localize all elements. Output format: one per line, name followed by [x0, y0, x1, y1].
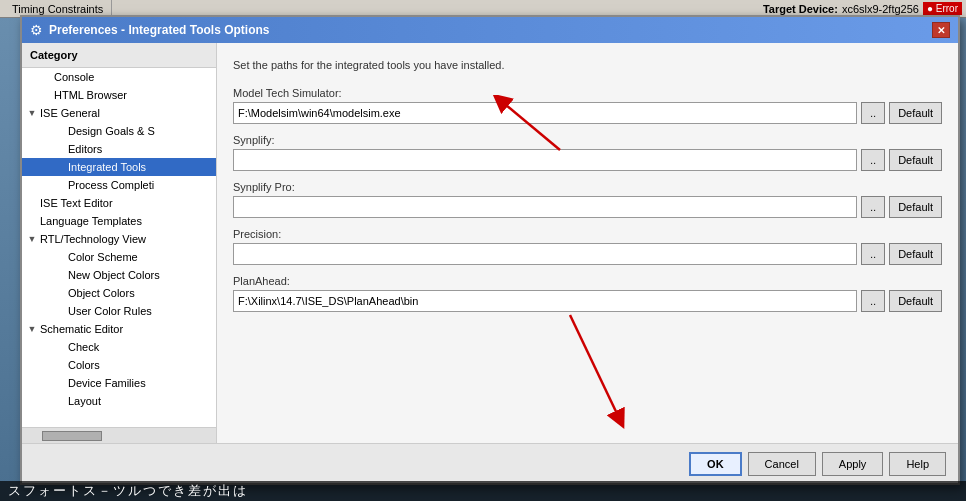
color-scheme-expander	[54, 251, 66, 263]
synplify-group: Synplify: .. Default	[233, 134, 942, 171]
precision-group: Precision: .. Default	[233, 228, 942, 265]
sidebar-item-editors[interactable]: Editors	[22, 140, 216, 158]
schematic-expander: ▼	[26, 323, 38, 335]
timing-constraints-label: Timing Constraints	[12, 3, 103, 15]
rtl-expander: ▼	[26, 233, 38, 245]
sidebar-item-language-templates[interactable]: Language Templates	[22, 212, 216, 230]
sidebar-item-design-goals[interactable]: Design Goals & S	[22, 122, 216, 140]
ok-button[interactable]: OK	[689, 452, 742, 476]
sidebar-item-process-complete[interactable]: Process Completi	[22, 176, 216, 194]
sidebar-item-html-browser[interactable]: HTML Browser	[22, 86, 216, 104]
lang-templates-label: Language Templates	[40, 215, 142, 227]
process-complete-expander	[54, 179, 66, 191]
design-goals-label: Design Goals & S	[68, 125, 155, 137]
dialog-title: Preferences - Integrated Tools Options	[49, 23, 932, 37]
console-label: Console	[54, 71, 94, 83]
apply-button[interactable]: Apply	[822, 452, 884, 476]
close-button[interactable]: ✕	[932, 22, 950, 38]
design-goals-expander	[54, 125, 66, 137]
synplify-pro-browse-button[interactable]: ..	[861, 196, 885, 218]
right-panel: Set the paths for the integrated tools y…	[217, 43, 958, 443]
sidebar-item-ise-general[interactable]: ▼ ISE General	[22, 104, 216, 122]
sidebar-item-schematic-editor[interactable]: ▼ Schematic Editor	[22, 320, 216, 338]
sidebar-item-rtl-technology[interactable]: ▼ RTL/Technology View	[22, 230, 216, 248]
japanese-text-bar: スフォートス－ツルつでき差が出は	[0, 481, 966, 501]
ise-general-expander: ▼	[26, 107, 38, 119]
dialog-footer: OK Cancel Apply Help	[22, 443, 958, 483]
target-device-label: Target Device:	[763, 3, 838, 15]
synplify-browse-button[interactable]: ..	[861, 149, 885, 171]
model-tech-browse-button[interactable]: ..	[861, 102, 885, 124]
category-tree[interactable]: Console HTML Browser ▼ ISE General Desig…	[22, 68, 216, 427]
section-description: Set the paths for the integrated tools y…	[233, 59, 942, 71]
synplify-pro-input[interactable]	[233, 196, 857, 218]
sidebar-item-object-colors[interactable]: Object Colors	[22, 284, 216, 302]
ise-general-label: ISE General	[40, 107, 100, 119]
model-tech-group: Model Tech Simulator: .. Default	[233, 87, 942, 124]
editors-label: Editors	[68, 143, 102, 155]
planahead-label: PlanAhead:	[233, 275, 942, 287]
user-color-label: User Color Rules	[68, 305, 152, 317]
help-button[interactable]: Help	[889, 452, 946, 476]
dialog-body: Category Console HTML Browser ▼ ISE Gene…	[22, 43, 958, 443]
planahead-group: PlanAhead: .. Default	[233, 275, 942, 312]
model-tech-label: Model Tech Simulator:	[233, 87, 942, 99]
planahead-browse-button[interactable]: ..	[861, 290, 885, 312]
console-expander	[40, 71, 52, 83]
synplify-label: Synplify:	[233, 134, 942, 146]
lang-templates-expander	[26, 215, 38, 227]
cancel-button[interactable]: Cancel	[748, 452, 816, 476]
target-device-value: xc6slx9-2ftg256	[842, 3, 919, 15]
planahead-input[interactable]	[233, 290, 857, 312]
colors-expander	[54, 359, 66, 371]
synplify-input[interactable]	[233, 149, 857, 171]
synplify-default-button[interactable]: Default	[889, 149, 942, 171]
japanese-text-content: スフォートス－ツルつでき差が出は	[8, 482, 248, 500]
precision-input[interactable]	[233, 243, 857, 265]
color-scheme-label: Color Scheme	[68, 251, 138, 263]
new-object-expander	[54, 269, 66, 281]
model-tech-default-button[interactable]: Default	[889, 102, 942, 124]
model-tech-input[interactable]	[233, 102, 857, 124]
process-complete-label: Process Completi	[68, 179, 154, 191]
html-browser-label: HTML Browser	[54, 89, 127, 101]
sidebar-item-console[interactable]: Console	[22, 68, 216, 86]
ise-text-expander	[26, 197, 38, 209]
category-header: Category	[22, 43, 216, 68]
tree-scrollbar[interactable]	[22, 427, 216, 443]
colors-label: Colors	[68, 359, 100, 371]
left-panel: Category Console HTML Browser ▼ ISE Gene…	[22, 43, 217, 443]
dialog-icon: ⚙	[30, 22, 43, 38]
object-colors-expander	[54, 287, 66, 299]
sidebar-item-device-families[interactable]: Device Families	[22, 374, 216, 392]
sidebar-item-ise-text-editor[interactable]: ISE Text Editor	[22, 194, 216, 212]
sidebar-item-check[interactable]: Check	[22, 338, 216, 356]
html-browser-expander	[40, 89, 52, 101]
check-expander	[54, 341, 66, 353]
precision-default-button[interactable]: Default	[889, 243, 942, 265]
sidebar-item-colors[interactable]: Colors	[22, 356, 216, 374]
target-device-area: Target Device: xc6slx9-2ftg256 ● Error	[763, 2, 962, 15]
sidebar-item-integrated-tools[interactable]: Integrated Tools	[22, 158, 216, 176]
sidebar-item-color-scheme[interactable]: Color Scheme	[22, 248, 216, 266]
precision-browse-button[interactable]: ..	[861, 243, 885, 265]
new-object-label: New Object Colors	[68, 269, 160, 281]
sidebar-item-layout[interactable]: Layout	[22, 392, 216, 410]
planahead-default-button[interactable]: Default	[889, 290, 942, 312]
synplify-pro-label: Synplify Pro:	[233, 181, 942, 193]
device-families-expander	[54, 377, 66, 389]
synplify-pro-group: Synplify Pro: .. Default	[233, 181, 942, 218]
error-badge: ● Error	[923, 2, 962, 15]
layout-label: Layout	[68, 395, 101, 407]
object-colors-label: Object Colors	[68, 287, 135, 299]
synplify-pro-default-button[interactable]: Default	[889, 196, 942, 218]
user-color-expander	[54, 305, 66, 317]
sidebar-item-user-color-rules[interactable]: User Color Rules	[22, 302, 216, 320]
layout-expander	[54, 395, 66, 407]
precision-label: Precision:	[233, 228, 942, 240]
rtl-label: RTL/Technology View	[40, 233, 146, 245]
ise-text-label: ISE Text Editor	[40, 197, 113, 209]
schematic-label: Schematic Editor	[40, 323, 123, 335]
dialog-titlebar: ⚙ Preferences - Integrated Tools Options…	[22, 17, 958, 43]
sidebar-item-new-object-colors[interactable]: New Object Colors	[22, 266, 216, 284]
